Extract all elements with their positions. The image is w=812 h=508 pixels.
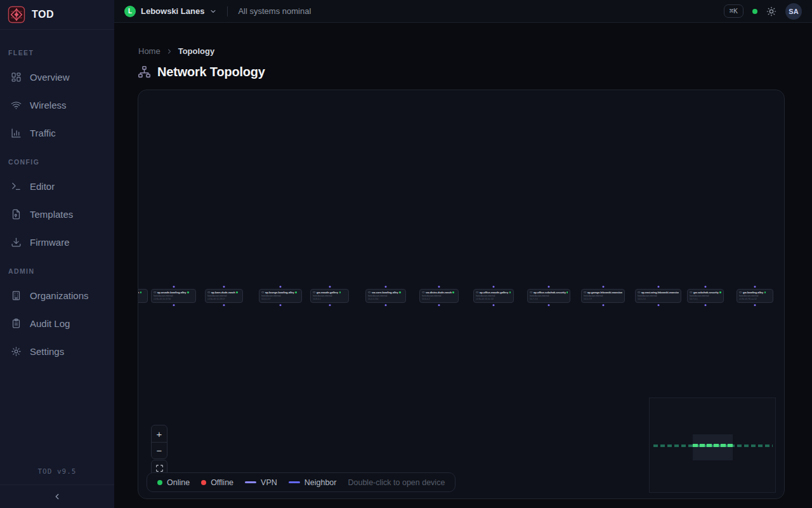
sidebar-item-editor[interactable]: Editor: [0, 172, 114, 200]
app-logo-row[interactable]: TOD: [0, 0, 114, 30]
sidebar-item-settings[interactable]: Settings: [0, 337, 114, 365]
node-meta: c0:8a:d5:31:0c:44: [476, 298, 511, 300]
node-name: gw-maude-gallery: [317, 291, 338, 294]
connection-handle-bottom: [223, 304, 225, 306]
node-meta: 10.6.0.2: [422, 298, 456, 300]
device-icon: [368, 291, 371, 294]
org-selector[interactable]: L Lebowski Lanes: [124, 6, 217, 17]
node-name: ap-lounge-bowling-alley: [265, 291, 294, 294]
topology-node[interactable]: ap-office-maude-gallery host.dacian.inte…: [473, 289, 514, 303]
device-icon: [690, 291, 693, 294]
zoom-out-button[interactable]: −: [152, 442, 167, 458]
minimap-viewport[interactable]: [693, 434, 733, 460]
device-icon: [422, 291, 425, 294]
sidebar-nav: FLEET Overview Wireless Traffic CON: [0, 30, 114, 461]
sidebar-item-label: Organizations: [30, 290, 89, 301]
topology-node[interactable]: ap-lounge-bowling-alley host.dacian.inte…: [259, 289, 302, 303]
topology-icon: [138, 65, 151, 79]
sidebar-item-templates[interactable]: Templates: [0, 200, 114, 228]
minimap[interactable]: [649, 398, 776, 493]
system-status-text: All systems nominal: [238, 6, 311, 16]
neighbor-line-swatch: [289, 481, 300, 483]
topology-node[interactable]: ap-east-wing-lebowski-mansion host.dacia…: [635, 289, 681, 303]
topology-legend: Online Offline VPN Neighbor Double-click…: [147, 472, 455, 492]
node-meta: 10.5.2.9: [584, 298, 622, 300]
connection-handle-bottom: [280, 304, 282, 306]
connection-handle-top: [493, 286, 495, 288]
node-fqdn: host.dacian.internal: [138, 295, 145, 297]
node-meta: 10.8.0.1: [313, 298, 346, 300]
connection-handle-bottom: [173, 304, 174, 306]
node-name: ap-garage-lebowski-mansion: [587, 291, 622, 294]
gear-icon: [11, 346, 22, 357]
topbar: L Lebowski Lanes All systems nominal ⌘K …: [114, 0, 812, 23]
sidebar-item-label: Editor: [30, 181, 55, 192]
node-status-dot: [236, 291, 238, 293]
sidebar: TOD FLEET Overview Wireless Traffic: [0, 0, 114, 508]
sidebar-item-overview[interactable]: Overview: [0, 63, 114, 91]
zoom-controls: + −: [151, 425, 167, 459]
topology-node[interactable]: gw-maude-gallery host.dacian.internal 10…: [310, 289, 349, 303]
topology-node[interactable]: ap-arcade-bowling-alley host.dacian.inte…: [151, 289, 196, 303]
node-meta: 10.7.0.1: [690, 298, 721, 300]
node-meta: 10.4.0.250: [368, 298, 403, 300]
node-meta: c0:8a:d5:11:28:07: [207, 298, 240, 300]
node-fqdn: host.dacian.internal: [530, 295, 568, 297]
sidebar-item-label: Settings: [30, 346, 64, 357]
minimap-nodes-in-view: [693, 444, 733, 447]
topology-node[interactable]: sw-distro-dude-ranch host.dacian.interna…: [419, 289, 459, 303]
connection-handle-bottom: [705, 304, 707, 306]
connection-handle-top: [173, 286, 174, 288]
connection-handle-bottom: [493, 304, 495, 306]
sidebar-item-organizations[interactable]: Organizations: [0, 281, 114, 309]
zoom-in-button[interactable]: +: [152, 425, 167, 442]
topology-node[interactable]: ap-den-dude-ranch host.dacian.internal 1…: [138, 289, 148, 303]
brand-name: TOD: [32, 9, 54, 20]
connection-handle-top: [657, 286, 659, 288]
topology-node[interactable]: ap-barn-dude-ranch host.dacian.internal …: [205, 289, 243, 303]
chevron-down-icon: [209, 8, 217, 15]
node-name: ap-office-maude-gallery: [480, 291, 508, 294]
topology-node[interactable]: ap-office-sobchak-security host.dacian.i…: [527, 289, 570, 303]
sidebar-item-label: Overview: [30, 72, 70, 83]
breadcrumb-home-link[interactable]: Home: [138, 46, 160, 56]
topology-canvas[interactable]: ap-den-dude-ranch host.dacian.internal 1…: [138, 90, 785, 499]
sidebar-item-firmware[interactable]: Firmware: [0, 228, 114, 256]
sidebar-item-label: Audit Log: [30, 318, 70, 329]
sidebar-collapse-button[interactable]: [0, 485, 114, 508]
node-meta: 10.6.2.11: [138, 298, 145, 300]
node-name: ap-office-sobchak-security: [534, 291, 566, 294]
node-fqdn: host.dacian.internal: [690, 295, 721, 297]
legend-vpn: VPN: [245, 478, 277, 487]
fit-screen-icon: [155, 464, 164, 472]
sidebar-item-label: Firmware: [30, 237, 70, 248]
topology-node[interactable]: ap-garage-lebowski-mansion host.dacian.i…: [581, 289, 625, 303]
connection-handle-top: [223, 286, 225, 288]
device-icon: [154, 291, 157, 294]
connection-handle-top: [754, 286, 756, 288]
sidebar-item-wireless[interactable]: Wireless: [0, 91, 114, 119]
app-version: TOD v9.5: [0, 461, 114, 485]
theme-toggle-button[interactable]: [766, 6, 776, 17]
connection-handle-bottom: [548, 304, 550, 306]
topology-node[interactable]: gw-bowling-alley host.dacian.internal c0…: [737, 289, 773, 303]
node-fqdn: host.dacian.internal: [261, 295, 299, 297]
device-icon: [261, 291, 265, 294]
online-dot: [157, 480, 162, 485]
terminal-icon: [11, 181, 22, 192]
node-status-dot: [566, 291, 568, 293]
node-status-dot: [187, 291, 189, 293]
command-palette-shortcut[interactable]: ⌘K: [724, 4, 743, 18]
node-fqdn: host.dacian.internal: [368, 295, 403, 297]
node-status-dot: [339, 291, 341, 293]
node-name: sw-distro-dude-ranch: [426, 291, 452, 294]
topology-node[interactable]: sw-core-bowling-alley host.dacian.intern…: [365, 289, 406, 303]
user-avatar[interactable]: SA: [785, 3, 802, 20]
sidebar-item-label: Wireless: [30, 100, 67, 110]
node-status-dot: [140, 291, 142, 293]
sidebar-item-traffic[interactable]: Traffic: [0, 119, 114, 147]
topology-node[interactable]: gw-sobchak-security host.dacian.internal…: [687, 289, 724, 303]
device-icon: [739, 291, 742, 294]
sidebar-item-audit-log[interactable]: Audit Log: [0, 309, 114, 337]
device-icon: [584, 291, 587, 294]
